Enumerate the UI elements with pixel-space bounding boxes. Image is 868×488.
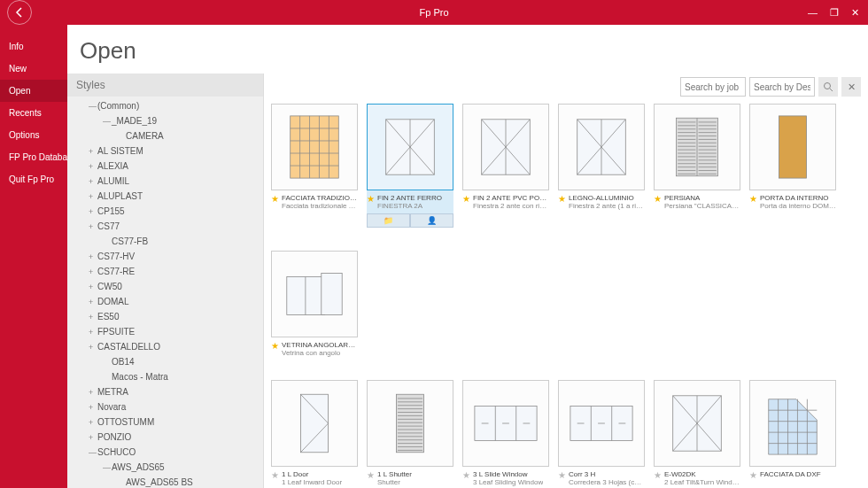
gallery-thumb[interactable]: ★1 L Door1 Leaf Inward Door — [271, 380, 358, 486]
tree-item[interactable]: +CS77 — [67, 219, 263, 234]
gallery-thumb[interactable]: ★FIN 2 ANTE PVC POOL ROTOFinestra 2 ante… — [462, 104, 549, 228]
nav-item-info[interactable]: Info — [0, 35, 67, 58]
open-folder-button[interactable]: 📁 — [367, 213, 410, 228]
star-icon: ★ — [462, 470, 470, 480]
thumb-title: 1 L Door — [282, 470, 342, 478]
star-icon: ★ — [271, 341, 279, 351]
styles-panel-title: Styles — [67, 74, 263, 97]
gallery-thumb[interactable]: ★FACCIATA DA DXF — [749, 380, 836, 486]
nav-item-options[interactable]: Options — [0, 124, 67, 146]
tree-item[interactable]: +METRA — [67, 384, 263, 399]
tree-item[interactable]: +ALUPLAST — [67, 189, 263, 204]
thumb-title: FIN 2 ANTE FERRO — [377, 194, 442, 202]
tree-item[interactable]: —AWS_ADS65 — [67, 460, 263, 475]
tree-item[interactable]: +Novara — [67, 399, 263, 414]
nav-item-new[interactable]: New — [0, 58, 67, 80]
thumb-preview — [654, 104, 740, 190]
gallery-thumb[interactable]: ★LEGNO-ALLUMINIOFinestra 2 ante (1 a rib… — [558, 104, 645, 228]
gallery-thumb[interactable]: ★VETRINA ANGOLARE 90Vetrina con angolo — [271, 251, 358, 357]
search-description-input[interactable] — [749, 77, 815, 97]
nav-item-fp-pro-database[interactable]: FP Pro Database — [0, 146, 67, 168]
thumb-subtitle: Finestra 2 ante con riporto ce... — [473, 202, 549, 210]
thumb-subtitle: 1 Leaf Inward Door — [282, 478, 342, 486]
thumb-title: LEGNO-ALLUMINIO — [569, 194, 645, 202]
thumb-subtitle: Facciata tradizionale con porte — [282, 202, 358, 210]
nav-item-recents[interactable]: Recents — [0, 102, 67, 124]
tree-item[interactable]: +FPSUITE — [67, 324, 263, 339]
thumb-preview — [462, 104, 549, 190]
tree-item[interactable]: —_MADE_19 — [67, 113, 263, 128]
maximize-button[interactable]: ❐ — [830, 7, 839, 19]
gallery-thumb[interactable]: ★FACCIATA TRADIZIONALEFacciata tradizion… — [271, 104, 358, 228]
back-button[interactable] — [7, 0, 32, 25]
tree-item[interactable]: +PONZIO — [67, 430, 263, 445]
tree-item[interactable]: +CW50 — [67, 279, 263, 294]
tree-item[interactable]: Macos - Matra — [67, 369, 263, 384]
app-title: Fp Pro — [419, 7, 448, 18]
thumb-subtitle: 2 Leaf Tilt&Turn Window — [664, 478, 740, 486]
thumb-preview — [271, 104, 358, 190]
star-icon: ★ — [462, 194, 470, 204]
minimize-button[interactable]: — — [808, 7, 818, 19]
search-icon[interactable] — [818, 77, 838, 97]
tree-item[interactable]: +CS77-RE — [67, 264, 263, 279]
thumb-preview — [654, 380, 740, 467]
tree-item[interactable]: —(Common) — [67, 98, 263, 113]
thumb-title: 1 L Shutter — [377, 470, 412, 478]
thumb-preview — [558, 104, 645, 190]
svg-rect-64 — [779, 116, 806, 178]
star-icon: ★ — [271, 470, 279, 480]
thumb-title: FIN 2 ANTE PVC POOL ROTO — [473, 194, 549, 202]
nav-item-quit-fp-pro[interactable]: Quit Fp Pro — [0, 168, 67, 190]
tree-item[interactable]: +DOMAL — [67, 294, 263, 309]
gallery-thumb[interactable]: ★PORTA DA INTERNOPorta da interno DOMAL — [749, 104, 836, 228]
gallery-thumb[interactable]: ★FIN 2 ANTE FERROFINESTRA 2A📁👤 — [367, 104, 453, 228]
gallery-thumb[interactable]: ★3 L Slide Window3 Leaf Sliding Window — [462, 380, 549, 486]
tree-item[interactable]: +ES50 — [67, 309, 263, 324]
thumb-title: 3 L Slide Window — [473, 470, 543, 478]
tree-item[interactable]: OB14 — [67, 354, 263, 369]
thumb-subtitle: Porta da interno DOMAL — [760, 202, 836, 210]
tree-item[interactable]: +OTTOSTUMM — [67, 414, 263, 430]
thumb-subtitle: Finestra 2 ante (1 a ribalta) — [569, 202, 645, 210]
tree-item[interactable]: CS77-FB — [67, 234, 263, 249]
gallery[interactable]: ★FACCIATA TRADIZIONALEFacciata tradizion… — [264, 100, 868, 488]
search-job-input[interactable] — [680, 77, 746, 97]
thumb-preview — [749, 380, 836, 467]
titlebar: Fp Pro — ❐ ✕ — [0, 0, 868, 25]
gallery-thumb[interactable]: ★1 L ShutterShutter — [367, 380, 453, 486]
star-icon: ★ — [367, 470, 375, 480]
gallery-thumb[interactable]: ★E-W02DK2 Leaf Tilt&Turn Window — [654, 380, 740, 486]
svg-point-0 — [825, 83, 831, 89]
star-icon: ★ — [654, 470, 662, 480]
tree-item[interactable]: —SCHUCO — [67, 445, 263, 460]
close-button[interactable]: ✕ — [851, 7, 859, 19]
styles-panel: Styles —(Common)—_MADE_19CAMERA+AL SISTE… — [67, 74, 264, 488]
svg-rect-66 — [322, 274, 342, 315]
page-title: Open — [80, 37, 868, 65]
thumb-preview — [271, 380, 358, 467]
tree-item[interactable]: +CP155 — [67, 204, 263, 219]
tree-item[interactable]: +CS77-HV — [67, 249, 263, 264]
svg-rect-68 — [300, 394, 328, 453]
tree-item[interactable]: +ALUMIL — [67, 174, 263, 189]
gallery-toolbar: ✕ — [264, 74, 868, 100]
thumb-preview — [271, 251, 358, 337]
user-button[interactable]: 👤 — [410, 213, 453, 228]
svg-line-1 — [830, 89, 833, 91]
gallery-thumb[interactable]: ★PERSIANAPersiana "CLASSICA" a 2 ante — [654, 104, 740, 228]
star-icon: ★ — [749, 470, 757, 480]
gallery-thumb[interactable]: ★Corr 3 HCorredera 3 Hojas (central fija… — [558, 380, 645, 486]
clear-icon[interactable]: ✕ — [841, 77, 861, 97]
styles-tree[interactable]: —(Common)—_MADE_19CAMERA+AL SISTEM+ALEXI… — [67, 97, 263, 488]
thumb-subtitle: Vetrina con angolo — [282, 349, 358, 357]
svg-rect-2 — [291, 116, 339, 178]
tree-item[interactable]: +ALEXIA — [67, 159, 263, 174]
tree-item[interactable]: +CASTALDELLO — [67, 339, 263, 354]
thumb-title: PERSIANA — [664, 194, 740, 202]
nav-item-open[interactable]: Open — [0, 80, 67, 102]
tree-item[interactable]: AWS_ADS65 BS — [67, 475, 263, 488]
tree-item[interactable]: +AL SISTEM — [67, 143, 263, 159]
tree-item[interactable]: CAMERA — [67, 128, 263, 143]
star-icon: ★ — [271, 194, 279, 204]
